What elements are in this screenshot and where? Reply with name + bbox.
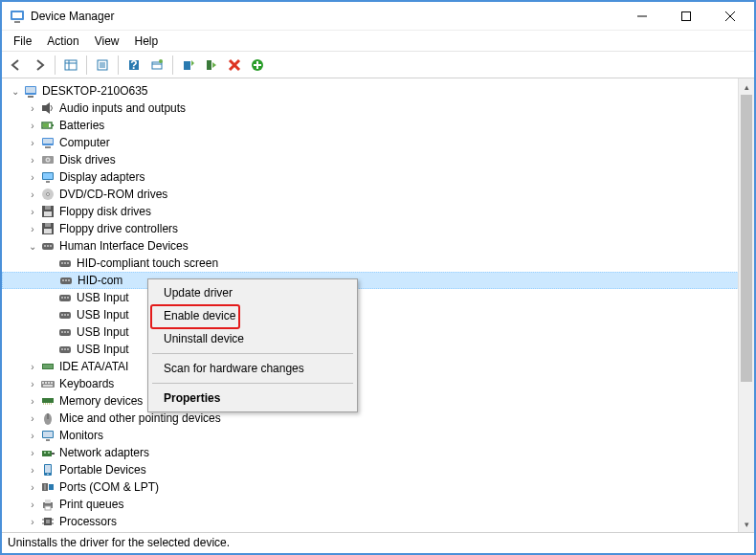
chevron-down-icon[interactable]: ⌄ [10,86,21,97]
svg-rect-48 [45,223,51,227]
svg-point-69 [67,314,69,316]
svg-rect-88 [43,403,44,405]
svg-rect-100 [48,452,50,454]
chevron-right-icon[interactable]: › [27,172,38,183]
svg-point-53 [50,245,52,247]
context-menu-item[interactable]: Scan for hardware changes [150,357,355,380]
context-menu-item[interactable]: Properties [150,387,355,410]
chevron-right-icon[interactable]: › [27,138,38,148]
app-icon [10,9,25,24]
tree-device[interactable]: ›USB Input [2,306,754,323]
tree-category-cpu[interactable]: ›Processors [2,513,754,530]
chevron-right-icon[interactable]: › [27,448,38,458]
chevron-right-icon[interactable]: › [27,207,38,217]
menu-file[interactable]: File [6,33,39,50]
update-driver-button[interactable] [178,55,199,76]
tree-category-network[interactable]: ›Network adapters [2,444,754,461]
chevron-right-icon[interactable]: › [27,465,38,476]
tree-device[interactable]: ›HID-com [2,272,754,289]
tree-category-computer[interactable]: ›Computer [2,134,754,151]
chevron-right-icon[interactable]: › [27,224,38,234]
chevron-right-icon[interactable]: › [27,103,38,114]
chevron-right-icon[interactable]: › [27,431,38,441]
svg-rect-20 [207,60,211,70]
vertical-scrollbar[interactable]: ▴ ▾ [738,78,754,532]
menu-view[interactable]: View [87,33,127,50]
toolbar-separator [55,56,56,75]
chevron-right-icon[interactable]: › [27,500,38,510]
tree-item-label: Keyboards [59,377,114,390]
svg-rect-46 [44,211,52,216]
add-legacy-button[interactable] [247,55,268,76]
chevron-right-icon[interactable]: › [27,396,38,407]
tree-device[interactable]: ›USB Input [2,323,754,341]
scroll-thumb[interactable] [741,95,752,382]
forward-button[interactable] [29,55,50,76]
tree-category-ports[interactable]: ›Ports (COM & LPT) [2,478,754,496]
context-menu-item[interactable]: Enable device [150,304,355,327]
svg-rect-109 [49,484,54,490]
svg-rect-16 [152,62,162,69]
tree-category-floppy[interactable]: ›Floppy drive controllers [2,220,754,237]
cpu-icon [40,514,56,529]
chevron-right-icon[interactable]: › [27,482,38,493]
scan-hardware-button[interactable] [146,55,167,76]
chevron-right-icon[interactable]: › [27,379,38,389]
tree-device[interactable]: ›HID-compliant touch screen [2,255,754,272]
maximize-button[interactable] [664,2,708,30]
network-icon [40,445,56,460]
tree-category-memory[interactable]: ›Memory devices [2,392,754,410]
svg-rect-91 [49,403,50,405]
status-bar: Uninstalls the driver for the selected d… [2,532,754,553]
tree-category-audio[interactable]: ›Audio inputs and outputs [2,100,754,117]
svg-point-52 [47,245,49,247]
tree-category-floppy[interactable]: ›Floppy disk drives [2,203,754,220]
tree-category-keyboard[interactable]: ›Keyboards [2,375,754,392]
show-hide-tree-button[interactable] [60,55,81,76]
chevron-right-icon[interactable]: › [27,189,38,200]
tree-category-display[interactable]: ›Display adapters [2,168,754,186]
tree-device[interactable]: ›USB Input [2,289,754,306]
svg-point-73 [67,331,69,333]
svg-rect-4 [682,11,691,20]
help-button[interactable]: ? [123,55,145,76]
properties-button[interactable] [92,55,113,76]
svg-point-59 [62,279,64,281]
tree-item-label: Disk drives [59,153,116,166]
keyboard-icon [40,376,56,391]
context-menu-item[interactable]: Uninstall device [150,327,355,350]
chevron-right-icon[interactable]: › [27,517,38,527]
svg-point-43 [47,193,50,196]
window-controls [620,2,752,30]
uninstall-device-button[interactable] [224,55,245,76]
tree-category-print[interactable]: ›Print queues [2,496,754,513]
tree-category-battery[interactable]: ›Batteries [2,117,754,134]
scroll-down-icon[interactable]: ▾ [739,516,754,532]
tree-category-dvd[interactable]: ›DVD/CD-ROM drives [2,186,754,203]
tree-category-hid[interactable]: ⌄Human Interface Devices [2,237,754,255]
menu-help[interactable]: Help [127,33,167,50]
chevron-right-icon[interactable]: › [27,362,38,372]
tree-category-ide[interactable]: ›IDE ATA/ATAI [2,358,754,375]
chevron-down-icon[interactable]: ⌄ [27,241,38,252]
tree-category-portable[interactable]: ›Portable Devices [2,461,754,478]
toolbar-separator [118,56,119,75]
tree-root[interactable]: ⌄DESKTOP-210O635 [2,82,754,100]
svg-point-77 [67,348,69,350]
tree-category-disk[interactable]: ›Disk drives [2,151,754,168]
chevron-right-icon[interactable]: › [27,121,38,131]
device-tree[interactable]: ⌄DESKTOP-210O635›Audio inputs and output… [2,78,754,532]
enable-device-button[interactable] [201,55,222,76]
chevron-right-icon[interactable]: › [27,413,38,424]
close-button[interactable] [708,2,752,30]
chevron-right-icon[interactable]: › [27,155,38,166]
tree-category-monitor[interactable]: ›Monitors [2,427,754,444]
tree-category-mouse[interactable]: ›Mice and other pointing devices [2,410,754,427]
minimize-button[interactable] [620,2,664,30]
context-menu-item[interactable]: Update driver [150,281,355,304]
svg-point-18 [159,59,163,63]
scroll-up-icon[interactable]: ▴ [739,78,754,95]
tree-device[interactable]: ›USB Input [2,341,754,358]
back-button[interactable] [6,55,27,76]
menu-action[interactable]: Action [39,33,86,50]
